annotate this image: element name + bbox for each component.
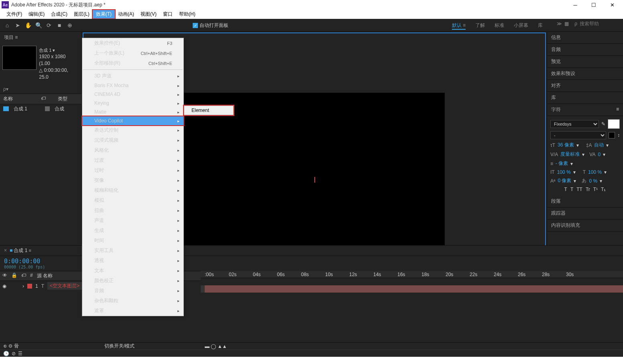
- font-style-select[interactable]: -: [550, 131, 606, 139]
- menu-icon[interactable]: ≫: [557, 21, 562, 26]
- timeline-tab[interactable]: × ■ 合成 1 ≡: [0, 246, 35, 256]
- menu-category[interactable]: 透视▸: [82, 256, 183, 266]
- panel-库[interactable]: 库: [547, 92, 623, 104]
- close-button[interactable]: ✕: [603, 0, 621, 10]
- anchor-tool-icon[interactable]: ⊕: [66, 21, 74, 29]
- baseline[interactable]: 0 像素: [558, 177, 571, 184]
- menu-category[interactable]: 实用工具▸: [82, 246, 183, 256]
- text-style[interactable]: T: [570, 187, 573, 192]
- timeline-timecode[interactable]: 0:00:00:00: [4, 258, 40, 265]
- camera-tool-icon[interactable]: ■: [55, 21, 63, 29]
- menu-item[interactable]: 上一个效果(L)Ctrl+Alt+Shift+E: [82, 48, 183, 58]
- maximize-button[interactable]: ☐: [584, 0, 603, 10]
- menu-7[interactable]: 窗口: [160, 10, 176, 18]
- menu-0[interactable]: 文件(F): [3, 10, 25, 18]
- menu-category[interactable]: 时间▸: [82, 236, 183, 246]
- eye-icon[interactable]: 👁: [2, 272, 7, 279]
- panel-内容识别填充[interactable]: 内容识别填充: [547, 220, 623, 232]
- stroke-color[interactable]: [609, 132, 615, 138]
- text-style[interactable]: T¹: [593, 187, 598, 192]
- menu-category[interactable]: 模糊和锐化▸: [82, 185, 183, 195]
- swap-icon[interactable]: ↕: [617, 132, 620, 138]
- status-icon[interactable]: 🕒: [3, 351, 9, 356]
- panel-对齐[interactable]: 对齐: [547, 80, 623, 92]
- font-family-select[interactable]: Fixedsys: [550, 120, 599, 128]
- hscale[interactable]: 100 %: [588, 169, 602, 175]
- menu-category[interactable]: Video Copilot▸: [82, 116, 183, 125]
- menu-3[interactable]: 图层(L): [71, 10, 93, 18]
- menu-category[interactable]: 杂色和颗粒▸: [82, 296, 183, 306]
- menu-6[interactable]: 视图(V): [137, 10, 160, 18]
- layer-color[interactable]: [27, 284, 32, 289]
- close-icon[interactable]: ×: [4, 248, 7, 253]
- menu-2[interactable]: 合成(C): [48, 10, 71, 18]
- menu-category[interactable]: 表达式控制▸: [82, 125, 183, 135]
- fill-color[interactable]: [608, 119, 620, 129]
- panel-效果和预设[interactable]: 效果和预设: [547, 68, 623, 80]
- search-help-input[interactable]: [580, 21, 620, 26]
- workspace-库[interactable]: 库: [538, 22, 543, 30]
- visibility-toggle[interactable]: ◉: [2, 283, 6, 289]
- auto-open-panel-checkbox[interactable]: ✓ 自动打开面板: [193, 22, 228, 29]
- col-name[interactable]: 名称: [3, 96, 13, 102]
- toggle-switches[interactable]: 切换开关/模式: [104, 343, 134, 350]
- workspace-了解[interactable]: 了解: [475, 22, 485, 30]
- grid-icon[interactable]: ▦: [564, 21, 569, 26]
- workspace-默认[interactable]: 默认 ≡: [452, 22, 466, 30]
- menu-category[interactable]: 遮罩▸: [82, 306, 183, 316]
- menu-category[interactable]: 模拟▸: [82, 195, 183, 205]
- menu-category[interactable]: 生成▸: [82, 226, 183, 236]
- menu-category[interactable]: 扭曲▸: [82, 205, 183, 216]
- menu-category[interactable]: 3D 声道▸: [82, 71, 183, 81]
- menu-category[interactable]: Keying▸: [82, 99, 183, 108]
- layer-bar[interactable]: [205, 285, 623, 293]
- text-style[interactable]: T: [564, 187, 567, 192]
- menu-4[interactable]: 效果(T): [93, 10, 115, 18]
- viewer-canvas[interactable]: [184, 93, 445, 261]
- panel-段落[interactable]: 段落: [547, 195, 623, 207]
- panel-字符[interactable]: 字符≡: [547, 104, 623, 116]
- menu-category[interactable]: 沉浸式视频▸: [82, 135, 183, 145]
- tracking[interactable]: 0: [598, 152, 601, 157]
- panel-音频[interactable]: 音频: [547, 44, 623, 56]
- workspace-小屏幕[interactable]: 小屏幕: [514, 22, 528, 30]
- menu-category[interactable]: 音频▸: [82, 286, 183, 296]
- font-size[interactable]: 36 像素: [558, 142, 574, 148]
- timeline-ruler[interactable]: :00s02s04s06s08s10s12s14s16s18s20s22s24s…: [201, 271, 623, 278]
- panel-预览[interactable]: 预览: [547, 56, 623, 68]
- menu-1[interactable]: 编辑(E): [25, 10, 48, 18]
- submenu-element[interactable]: Element: [184, 106, 233, 115]
- eyedropper-icon[interactable]: ✎: [601, 121, 605, 127]
- menu-category[interactable]: Boris FX Mocha▸: [82, 81, 183, 90]
- comp-thumbnail[interactable]: [2, 46, 37, 70]
- status-icon-2[interactable]: ⊘: [12, 351, 16, 356]
- leading[interactable]: 自动: [594, 142, 604, 148]
- menu-5[interactable]: 动画(A): [115, 10, 137, 18]
- layer-name[interactable]: <空文本图层>: [47, 282, 82, 290]
- selection-tool-icon[interactable]: ➤: [14, 21, 22, 29]
- stroke-width[interactable]: - 像素: [556, 160, 568, 167]
- minimize-button[interactable]: ─: [566, 0, 584, 10]
- menu-8[interactable]: 帮助(H): [176, 10, 199, 18]
- kerning[interactable]: 度量标准: [560, 151, 580, 158]
- tsume[interactable]: 0 %: [589, 178, 597, 184]
- project-row[interactable]: 合成 1 合成: [0, 104, 81, 114]
- text-style[interactable]: Tr: [586, 187, 590, 192]
- tl-tool-icon[interactable]: ⊕ ⊖ 骨: [3, 343, 19, 350]
- vscale[interactable]: 100 %: [557, 169, 571, 175]
- status-icon-3[interactable]: ☰: [18, 351, 22, 356]
- hand-tool-icon[interactable]: ✋: [24, 21, 32, 29]
- menu-item[interactable]: 效果控件(E)F3: [82, 38, 183, 48]
- text-style[interactable]: TT: [576, 187, 582, 192]
- rotate-tool-icon[interactable]: ⟳: [45, 21, 53, 29]
- zoom-tool-icon[interactable]: 🔍: [35, 21, 43, 29]
- menu-category[interactable]: 抠像▸: [82, 175, 183, 185]
- menu-category[interactable]: 风格化▸: [82, 145, 183, 155]
- source-name-header[interactable]: 源 名称: [37, 272, 53, 279]
- col-type[interactable]: 类型: [58, 96, 67, 102]
- home-icon[interactable]: ⌂: [3, 21, 11, 29]
- text-style[interactable]: T₁: [601, 187, 606, 192]
- menu-category[interactable]: 文本▸: [82, 266, 183, 276]
- menu-item[interactable]: 全部移除(R)Ctrl+Shift+E: [82, 58, 183, 68]
- menu-category[interactable]: Matte▸: [82, 108, 183, 116]
